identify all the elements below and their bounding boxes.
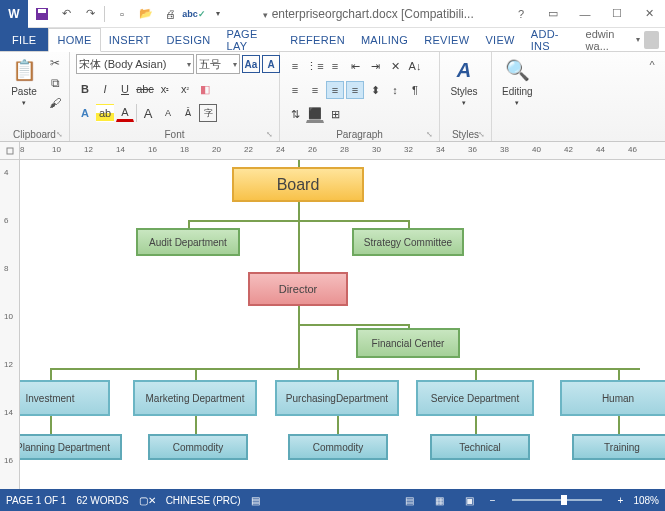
node-director[interactable]: Director [248, 272, 348, 306]
bullets-button[interactable]: ≡ [286, 57, 304, 75]
superscript-button[interactable]: x² [176, 80, 194, 98]
tab-page-layout[interactable]: PAGE LAY [219, 28, 283, 51]
multilevel-button[interactable]: ≡ [326, 57, 344, 75]
tab-home[interactable]: HOME [48, 28, 100, 52]
editing-dropdown-icon[interactable]: ▾ [515, 99, 519, 107]
highlight-button[interactable]: ab [96, 104, 114, 122]
node-sub-3[interactable]: Technical [430, 434, 530, 460]
view-read-icon[interactable]: ▤ [400, 492, 420, 508]
help-icon[interactable]: ? [505, 1, 537, 27]
shrink-font-button[interactable]: A [159, 104, 177, 122]
font-family-combo[interactable]: 宋体 (Body Asian)▾ [76, 54, 194, 74]
view-web-icon[interactable]: ▣ [460, 492, 480, 508]
tab-file[interactable]: FILE [0, 28, 48, 51]
node-board[interactable]: Board [232, 167, 364, 202]
clear-formatting-button[interactable]: A [262, 55, 280, 73]
tab-insert[interactable]: INSERT [101, 28, 159, 51]
justify-button[interactable]: ≡ [346, 81, 364, 99]
align-left-button[interactable]: ≡ [286, 81, 304, 99]
copy-icon[interactable]: ⧉ [46, 74, 64, 92]
styles-button[interactable]: A Styles ▾ [446, 54, 482, 109]
asian-layout-button[interactable]: ✕ [386, 57, 404, 75]
grow-font-button[interactable]: A [139, 104, 157, 122]
shading-button[interactable]: ⬛ [306, 105, 324, 123]
increase-indent-button[interactable]: ⇥ [366, 57, 384, 75]
styles-dropdown-icon[interactable]: ▾ [462, 99, 466, 107]
node-dept-2[interactable]: PurchasingDepartment [275, 380, 399, 416]
strikethrough-button[interactable]: abc [136, 80, 154, 98]
ruler-horizontal[interactable]: 810121416182022242628303234363840424446 [0, 142, 665, 160]
node-strategy[interactable]: Strategy Committee [352, 228, 464, 256]
node-dept-4[interactable]: Human [560, 380, 665, 416]
borders-button[interactable]: ⊞ [326, 105, 344, 123]
line-spacing-button[interactable]: ⇅ [286, 105, 304, 123]
node-sub-2[interactable]: Commodity [288, 434, 388, 460]
status-proofing-icon[interactable]: ▢✕ [139, 495, 156, 506]
zoom-slider-thumb[interactable] [561, 495, 567, 505]
font-launcher-icon[interactable]: ⤡ [266, 130, 273, 139]
open-icon[interactable]: 📂 [136, 4, 156, 24]
eraser-button[interactable]: ◧ [196, 80, 214, 98]
zoom-slider[interactable] [512, 499, 602, 501]
status-words[interactable]: 62 WORDS [76, 495, 128, 506]
subscript-button[interactable]: x₂ [156, 80, 174, 98]
node-sub-0[interactable]: Planning Department [20, 434, 122, 460]
save-icon[interactable] [32, 4, 52, 24]
status-lang[interactable]: CHINESE (PRC) [166, 495, 241, 506]
print-preview-icon[interactable]: 🖨 [160, 4, 180, 24]
text-effects-button[interactable]: A [76, 104, 94, 122]
minimize-icon[interactable]: — [569, 1, 601, 27]
node-audit[interactable]: Audit Department [136, 228, 240, 256]
avatar[interactable] [644, 31, 659, 49]
sort-button[interactable]: ↕ [386, 81, 404, 99]
user-area[interactable]: edwin wa... ▾ [580, 28, 665, 51]
document-canvas[interactable]: Board Audit Department Strategy Committe… [20, 160, 665, 489]
font-size-combo[interactable]: 五号▾ [196, 54, 240, 74]
tab-review[interactable]: REVIEW [416, 28, 477, 51]
tab-design[interactable]: DESIGN [159, 28, 219, 51]
node-dept-0[interactable]: Investment [20, 380, 110, 416]
clipboard-launcher-icon[interactable]: ⤡ [56, 130, 63, 139]
qat-customize-icon[interactable]: ▾ [208, 4, 228, 24]
italic-button[interactable]: I [96, 80, 114, 98]
editing-button[interactable]: 🔍 Editing ▾ [498, 54, 537, 109]
decrease-indent-button[interactable]: ⇤ [346, 57, 364, 75]
tab-view[interactable]: VIEW [477, 28, 522, 51]
node-sub-4[interactable]: Training [572, 434, 665, 460]
bold-button[interactable]: B [76, 80, 94, 98]
user-dropdown-icon[interactable]: ▾ [636, 35, 640, 44]
node-dept-1[interactable]: Marketing Department [133, 380, 257, 416]
new-icon[interactable]: ▫ [112, 4, 132, 24]
numbering-button[interactable]: ⋮≡ [306, 57, 324, 75]
paragraph-launcher-icon[interactable]: ⤡ [426, 130, 433, 139]
enclose-char-button[interactable]: 字 [199, 104, 217, 122]
close-icon[interactable]: ✕ [633, 1, 665, 27]
styles-launcher-icon[interactable]: ⤡ [478, 130, 485, 139]
underline-button[interactable]: U [116, 80, 134, 98]
show-marks-button[interactable]: ¶ [406, 81, 424, 99]
ruler-vertical[interactable]: 46810121416 [0, 160, 20, 489]
font-color-button[interactable]: A [116, 104, 134, 122]
ribbon-options-icon[interactable]: ▭ [537, 1, 569, 27]
align-right-button[interactable]: ≡ [326, 81, 344, 99]
paste-button[interactable]: 📋 Paste ▾ [6, 54, 42, 109]
view-print-icon[interactable]: ▦ [430, 492, 450, 508]
spelling-icon[interactable]: abc✓ [184, 4, 204, 24]
collapse-ribbon-icon[interactable]: ^ [643, 56, 661, 74]
paste-dropdown-icon[interactable]: ▾ [22, 99, 26, 107]
align-center-button[interactable]: ≡ [306, 81, 324, 99]
ruler-corner[interactable] [0, 142, 20, 160]
node-sub-1[interactable]: Commodity [148, 434, 248, 460]
tab-mailing[interactable]: MAILING [353, 28, 416, 51]
tab-references[interactable]: REFEREN [282, 28, 353, 51]
format-painter-icon[interactable]: 🖌 [46, 94, 64, 112]
change-case-button[interactable]: Aa [242, 55, 260, 73]
node-finance[interactable]: Financial Center [356, 328, 460, 358]
undo-icon[interactable]: ↶ [56, 4, 76, 24]
cut-icon[interactable]: ✂ [46, 54, 64, 72]
phonetic-button[interactable]: Ǎ [179, 104, 197, 122]
node-dept-3[interactable]: Service Department [416, 380, 534, 416]
redo-icon[interactable]: ↷ [80, 4, 100, 24]
status-page[interactable]: PAGE 1 OF 1 [6, 495, 66, 506]
maximize-icon[interactable]: ☐ [601, 1, 633, 27]
